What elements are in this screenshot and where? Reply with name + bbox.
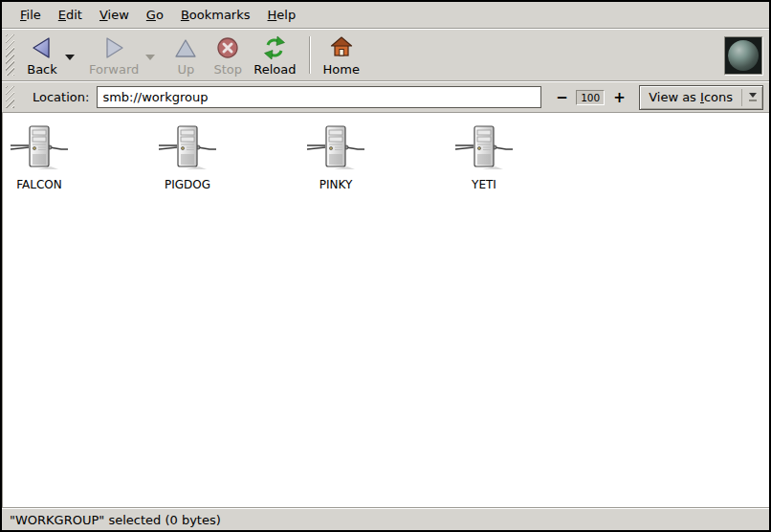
separator — [309, 36, 311, 74]
zoom-level[interactable]: 100 — [576, 90, 605, 105]
menubar: File Edit View Go Bookmarks Help — [2, 2, 769, 28]
file-label: PINKY — [319, 178, 353, 191]
chevron-down-icon — [145, 55, 155, 60]
forward-history-dropdown — [143, 55, 157, 78]
file-item-pigdog[interactable]: PIGDOG — [151, 124, 224, 191]
back-label: Back — [27, 62, 57, 77]
location-bar: Location: − 100 + View as Icons — [2, 82, 769, 112]
file-item-pinky[interactable]: PINKY — [299, 124, 372, 191]
menu-help[interactable]: Help — [259, 4, 305, 26]
home-button[interactable]: Home — [319, 32, 364, 78]
file-label: YETI — [472, 178, 496, 191]
file-label: PIGDOG — [165, 178, 210, 191]
menu-edit[interactable]: Edit — [50, 4, 91, 26]
menu-bookmarks[interactable]: Bookmarks — [172, 4, 259, 26]
up-icon — [173, 34, 198, 61]
chevron-down-icon — [65, 55, 75, 60]
toolbar-drag-handle[interactable] — [6, 34, 14, 76]
server-icon — [305, 124, 366, 175]
file-item-yeti[interactable]: YETI — [448, 124, 520, 191]
stop-button: Stop — [207, 32, 249, 78]
toolbar-spacer — [364, 32, 724, 78]
up-label: Up — [177, 62, 194, 77]
throbber — [724, 36, 762, 75]
menu-go[interactable]: Go — [138, 4, 172, 26]
server-icon — [157, 124, 218, 175]
forward-button: Forward — [84, 32, 143, 78]
stop-icon — [215, 34, 240, 61]
back-button[interactable]: Back — [21, 32, 63, 78]
dropdown-indicator-icon — [741, 89, 757, 106]
file-item-falcon[interactable]: FALCON — [3, 124, 76, 191]
zoom-controls: − 100 + — [556, 90, 625, 105]
locationbar-drag-handle[interactable] — [6, 86, 14, 108]
view-as-dropdown[interactable]: View as Icons — [639, 85, 763, 110]
home-label: Home — [323, 62, 360, 77]
throbber-sphere-icon — [728, 40, 759, 71]
reload-button[interactable]: Reload — [249, 32, 300, 78]
forward-icon — [101, 34, 126, 61]
reload-icon — [261, 34, 288, 61]
server-icon — [453, 124, 515, 175]
zoom-in-button[interactable]: + — [613, 91, 625, 104]
up-button: Up — [165, 32, 207, 78]
status-bar: "WORKGROUP" selected (0 bytes) — [2, 508, 769, 530]
icon-view: FALCON PIGDOG — [2, 112, 769, 508]
status-text: "WORKGROUP" selected (0 bytes) — [10, 513, 221, 527]
back-history-dropdown[interactable] — [63, 55, 77, 78]
menu-view[interactable]: View — [91, 4, 138, 26]
location-label: Location: — [33, 90, 89, 104]
file-label: FALCON — [16, 178, 62, 191]
zoom-out-button[interactable]: − — [556, 91, 567, 104]
home-icon — [329, 34, 354, 61]
toolbar: Back Forward Up — [2, 30, 769, 80]
stop-label: Stop — [214, 62, 243, 77]
location-input[interactable] — [97, 86, 541, 108]
back-icon — [30, 34, 55, 61]
view-as-label: View as Icons — [649, 90, 733, 104]
file-manager-window: File Edit View Go Bookmarks Help Back — [0, 0, 771, 532]
reload-label: Reload — [253, 62, 296, 77]
server-icon — [9, 124, 70, 175]
menu-file[interactable]: File — [11, 4, 50, 26]
forward-label: Forward — [89, 62, 139, 77]
